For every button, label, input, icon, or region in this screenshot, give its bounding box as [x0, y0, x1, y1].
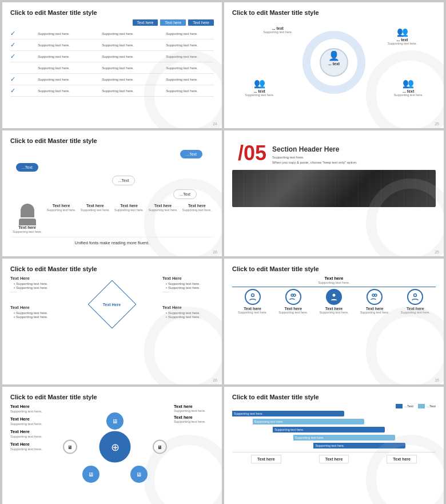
center-circle: ⊕	[99, 431, 131, 463]
slide-8-title: Click to edit Master title style	[232, 394, 436, 400]
left-title-1: Text Here	[10, 276, 62, 281]
slide-2: Click to edit Master title style ... tex…	[224, 2, 444, 128]
svg-point-3	[332, 294, 335, 297]
bottom-left-circle: 🖥	[82, 466, 99, 483]
node-center: 👤 ... text	[317, 50, 351, 66]
bottom-col: Text here Supporting text here.	[148, 204, 177, 212]
slide-3: Click to edit Master title style ...Text…	[2, 130, 222, 256]
icons-row: Text here Supporting text here. Text her…	[232, 289, 436, 314]
check-icon: ✓	[10, 87, 22, 94]
col-label: Text here	[148, 204, 177, 208]
cell: Supporting text here.	[102, 32, 134, 35]
image-overlay	[232, 170, 436, 207]
bottom-right-circle: 🖥	[130, 466, 148, 483]
circle-icon-filled	[326, 289, 342, 305]
icon-item: Text here Supporting text here.	[237, 289, 268, 314]
left-bullet: Supporting text here.	[10, 311, 62, 315]
bottom-columns: Text here Supporting text here. Text her…	[10, 204, 214, 233]
node-sub: Supporting text here.	[245, 93, 274, 97]
node-bottom-left: 👥 ... text Supporting text here.	[242, 78, 277, 97]
right-bullet: Supporting text here.	[162, 315, 214, 319]
circle-icon-2	[285, 289, 301, 305]
cell: Supporting text here.	[102, 43, 134, 47]
section-info: Section Header Here Supporting text here…	[272, 143, 357, 165]
item-title: Text Here	[10, 429, 56, 434]
circle-icon-4	[367, 289, 383, 305]
item-title: Text Here	[10, 416, 56, 422]
cell: Supporting text here.	[166, 32, 198, 35]
bar-text: Supporting text here.	[295, 436, 324, 439]
slide-number: 25	[435, 122, 439, 126]
node-bottom-right: 👥 ... text Supporting text here.	[391, 78, 425, 97]
row-cols: Supporting text here. Supporting text he…	[22, 78, 214, 81]
bar-row: Supporting text here.	[232, 411, 436, 416]
left-item: Text Here Supporting text here.	[10, 404, 56, 413]
bar-text: Supporting text here.	[234, 412, 263, 415]
separator	[232, 287, 436, 287]
slide-1-header: Text here Text here Text here	[10, 19, 214, 26]
bottom-col: Text here Supporting text here.	[46, 204, 75, 212]
bar-row: Supporting text here.	[232, 435, 436, 440]
node-top-left: ... text Supporting text here.	[261, 26, 295, 34]
section-header-area: /05 Section Header Here Supporting text …	[232, 137, 436, 165]
footer-item-3: Text here	[387, 455, 417, 463]
person-body	[19, 219, 36, 225]
left-bullet: Supporting text here.	[10, 286, 62, 289]
right-title: Text here	[174, 404, 214, 409]
left-bullet: Supporting text here.	[10, 282, 62, 285]
circle-diagram: ... text Supporting text here. 👥 ... tex…	[232, 19, 436, 105]
row-cols: Supporting text here. Supporting text he…	[22, 55, 214, 58]
icon-label: Text here	[284, 307, 302, 311]
connected-circles-layout: Text Here Supporting text here. Text Her…	[10, 404, 214, 490]
diamond-shape: Text Here	[88, 280, 137, 329]
supporting-text-1: Supporting text here.	[272, 155, 357, 160]
legend-label-1: ...Text	[404, 404, 413, 408]
slide-number: 26	[435, 378, 439, 382]
right-item: Text here Supporting text here.	[174, 415, 214, 423]
bar-text: Supporting text here.	[274, 428, 304, 431]
item-title: Text Here	[10, 442, 56, 447]
center-diamond-area: Text Here	[62, 276, 162, 333]
legend: ...Text ...Text	[232, 404, 436, 408]
svg-point-0	[251, 294, 254, 297]
btn-text3[interactable]: Text here	[188, 19, 214, 26]
bottom-col: Text here Supporting text here.	[182, 204, 212, 212]
btn-text1[interactable]: Text here	[133, 19, 158, 26]
col-sub: Supporting text here.	[182, 208, 212, 212]
row-cols: Supporting text here. Supporting text he…	[22, 43, 214, 47]
icon-sub: Supporting text here.	[401, 311, 430, 314]
check-icon: ✓	[10, 76, 22, 83]
left-item: Text Here Supporting text here.	[10, 429, 56, 438]
right-items: Text here Supporting text here. Text her…	[174, 404, 214, 423]
right-title: Text here	[174, 415, 214, 420]
right-bullet: Supporting text here.	[162, 282, 214, 285]
bubble-left: ...Text	[16, 163, 38, 172]
icon-item: Text here Supporting text here.	[359, 289, 391, 314]
circles-diagram: ⊕ 🖥 🖥 🖥 🖥 🖥	[61, 404, 169, 490]
icon-sub: Supporting text here.	[360, 311, 389, 314]
btn-text2[interactable]: Text here	[160, 19, 186, 26]
col-label: Text here	[81, 204, 110, 208]
slide-3-title: Click to edit Master title style	[10, 137, 214, 144]
people-icon-2: 👥	[254, 78, 265, 89]
bar-text: Supporting text here.	[254, 420, 284, 423]
col-sub: Supporting text here.	[13, 230, 42, 233]
check-icon: ✓	[10, 30, 22, 37]
node-sub: Supporting text here.	[394, 93, 423, 97]
diamond-text: Text Here	[103, 302, 121, 306]
slide-1-title: Click to edit Master title style	[10, 9, 214, 16]
item-sub: Supporting text here.	[10, 435, 56, 438]
supporting-text-2: When you copy & paste, choose "keep text…	[272, 160, 357, 165]
cell: Supporting text here.	[38, 66, 70, 70]
bubble-outline: ...Text	[173, 189, 197, 199]
bottom-col: Text here Supporting text here.	[81, 204, 110, 212]
slide-number: 26	[213, 250, 217, 254]
section-header-text: Section Header Here	[272, 145, 357, 153]
icon-label: Text here	[325, 307, 343, 311]
checklist: ✓ Supporting text here. Supporting text …	[10, 28, 214, 97]
section-number: /05	[238, 143, 266, 164]
node-top-right: 👥 ... text Supporting text here.	[385, 26, 420, 45]
icon-item-filled: Text here Supporting text here.	[318, 289, 349, 314]
cell: Supporting text here.	[38, 43, 70, 47]
table-row: ✓ Supporting text here. Supporting text …	[10, 85, 214, 97]
